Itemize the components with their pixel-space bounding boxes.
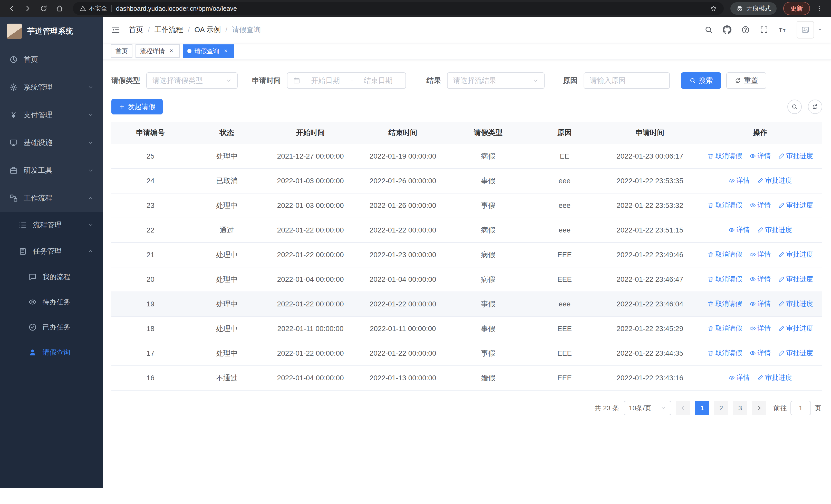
sidebar-item-系统管理[interactable]: 系统管理	[0, 73, 103, 101]
column-header: 申请编号	[111, 122, 190, 144]
sidebar-subitem-流程管理[interactable]: 流程管理	[0, 212, 103, 238]
approval-progress-action[interactable]: 审批进度	[757, 225, 792, 234]
font-size-icon[interactable]: TT	[778, 25, 787, 34]
fullscreen-icon[interactable]	[760, 25, 768, 34]
approval-progress-action[interactable]: 审批进度	[757, 176, 792, 185]
page-button-2[interactable]: 2	[714, 401, 728, 415]
eye-icon	[28, 298, 37, 306]
breadcrumb-item[interactable]: 首页	[129, 25, 143, 35]
approval-progress-action[interactable]: 审批进度	[778, 151, 813, 160]
app-logo[interactable]: 芋道管理系统	[0, 17, 103, 46]
approval-progress-action[interactable]: 审批进度	[778, 349, 813, 357]
browser-update-button[interactable]: 更新	[783, 2, 810, 15]
detail-action[interactable]: 详情	[749, 299, 771, 308]
browser-reload-button[interactable]	[37, 2, 50, 15]
cell-end: 2022-01-22 00:00:00	[357, 292, 449, 317]
sidebar-subitem-任务管理[interactable]: 任务管理	[0, 238, 103, 264]
sidebar-leaf-已办任务[interactable]: 已办任务	[0, 315, 103, 340]
detail-action[interactable]: 详情	[749, 349, 771, 357]
page-button-1[interactable]: 1	[695, 401, 709, 415]
sidebar-item-研发工具[interactable]: 研发工具	[0, 156, 103, 184]
bookmark-star-icon[interactable]	[710, 5, 717, 12]
trash-icon	[707, 202, 714, 209]
detail-action[interactable]: 详情	[749, 274, 771, 284]
edit-icon	[778, 251, 785, 258]
approval-progress-action[interactable]: 审批进度	[778, 201, 813, 210]
sidebar-item-首页[interactable]: 首页	[0, 46, 103, 73]
close-tab-icon[interactable]: ×	[168, 48, 175, 55]
cancel-leave-action[interactable]: 取消请假	[707, 274, 742, 284]
app-root: 芋道管理系统 首页系统管理支付管理基础设施研发工具工作流程流程管理任务管理我的流…	[0, 17, 831, 504]
detail-action[interactable]: 详情	[749, 250, 771, 259]
create-leave-label: 发起请假	[128, 102, 155, 111]
detail-action[interactable]: 详情	[749, 201, 771, 210]
result-select[interactable]: 请选择流结果	[447, 72, 545, 89]
cell-end: 2022-01-23 00:00:00	[357, 242, 449, 267]
pagination: 共 23 条 10条/页 123 前往 页	[112, 401, 821, 425]
sidebar-leaf-请假查询[interactable]: 请假查询	[0, 340, 103, 365]
chevron-down-icon	[533, 78, 539, 83]
cell-apply_time: 2022-01-22 23:53:35	[602, 169, 698, 193]
reset-button[interactable]: 重置	[726, 72, 766, 89]
action-label: 取消请假	[716, 349, 742, 357]
apply-time-range-picker[interactable]: 开始日期 - 结束日期	[287, 72, 406, 89]
goto-page-input[interactable]	[791, 401, 811, 415]
approval-progress-action[interactable]: 审批进度	[778, 299, 813, 308]
detail-action[interactable]: 详情	[728, 176, 750, 185]
tab-请假查询[interactable]: 请假查询×	[183, 45, 234, 58]
tab-流程详情[interactable]: 流程详情×	[136, 45, 180, 58]
cancel-leave-action[interactable]: 取消请假	[707, 250, 742, 259]
browser-home-button[interactable]	[53, 2, 66, 15]
page-button-3[interactable]: 3	[733, 401, 747, 415]
sidebar-item-支付管理[interactable]: 支付管理	[0, 101, 103, 129]
browser-forward-button[interactable]	[21, 2, 34, 15]
sidebar-leaf-待办任务[interactable]: 待办任务	[0, 290, 103, 315]
prev-page-button[interactable]	[676, 401, 690, 415]
create-leave-button[interactable]: 发起请假	[111, 99, 163, 114]
help-icon[interactable]	[741, 25, 750, 34]
search-button[interactable]: 搜索	[681, 72, 721, 89]
close-tab-icon[interactable]: ×	[222, 48, 229, 55]
toggle-search-button[interactable]	[787, 99, 802, 114]
breadcrumb-item[interactable]: 工作流程	[154, 25, 183, 35]
sidebar-leaf-我的流程[interactable]: 我的流程	[0, 264, 103, 290]
detail-action[interactable]: 详情	[749, 324, 771, 333]
cancel-leave-action[interactable]: 取消请假	[707, 201, 742, 210]
total-count: 共 23 条	[595, 404, 619, 413]
next-page-button[interactable]	[752, 401, 766, 415]
cancel-leave-action[interactable]: 取消请假	[707, 349, 742, 357]
github-icon[interactable]	[723, 25, 732, 34]
menu-item-label: 工作流程	[24, 193, 52, 203]
detail-action[interactable]: 详情	[728, 225, 750, 234]
refresh-table-button[interactable]	[808, 99, 822, 114]
sidebar-fold-button[interactable]	[111, 25, 121, 35]
sidebar-item-工作流程[interactable]: 工作流程	[0, 184, 103, 212]
cell-status: 处理中	[190, 242, 264, 267]
approval-progress-action[interactable]: 审批进度	[778, 324, 813, 333]
tab-首页[interactable]: 首页	[111, 45, 133, 58]
browser-menu-button[interactable]	[812, 2, 826, 15]
page-size-select[interactable]: 10条/页	[624, 401, 671, 415]
cancel-leave-action[interactable]: 取消请假	[707, 151, 742, 160]
menu-item-label: 系统管理	[24, 82, 52, 92]
cell-status: 不通过	[190, 366, 264, 390]
user-menu[interactable]	[797, 21, 823, 38]
detail-action[interactable]: 详情	[728, 373, 750, 382]
header-search-icon[interactable]	[704, 25, 713, 34]
sidebar-item-基础设施[interactable]: 基础设施	[0, 129, 103, 156]
detail-action[interactable]: 详情	[749, 151, 771, 160]
menu-item-label: 流程管理	[33, 220, 62, 230]
approval-progress-action[interactable]: 审批进度	[778, 274, 813, 284]
cell-start: 2022-01-03 00:00:00	[264, 193, 357, 218]
tools-icon	[9, 166, 18, 175]
browser-back-button[interactable]	[5, 2, 19, 15]
reason-input[interactable]	[584, 73, 669, 88]
approval-progress-action[interactable]: 审批进度	[778, 250, 813, 259]
leave-type-select[interactable]: 请选择请假类型	[146, 72, 238, 89]
reset-button-label: 重置	[744, 76, 758, 85]
approval-progress-action[interactable]: 审批进度	[757, 373, 792, 382]
address-bar[interactable]: 不安全 dashboard.yudao.iocoder.cn/bpm/oa/le…	[73, 2, 724, 15]
cancel-leave-action[interactable]: 取消请假	[707, 324, 742, 333]
cancel-leave-action[interactable]: 取消请假	[707, 299, 742, 308]
breadcrumb-item[interactable]: OA 示例	[195, 25, 221, 35]
